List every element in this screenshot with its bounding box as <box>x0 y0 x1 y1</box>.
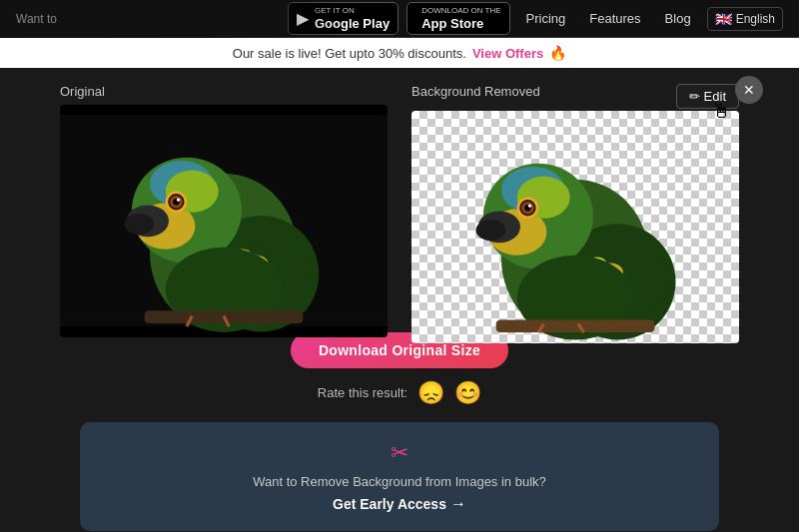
bg-removed-image <box>411 111 739 343</box>
language-label: English <box>736 12 775 26</box>
bg-removed-panel: Background Removed ✏ Edit <box>411 84 739 316</box>
nav-fade-text: Want to <box>16 12 57 26</box>
bulk-promo-banner: ✂ Want to Remove Background from Images … <box>80 422 719 531</box>
panel-label-row: Background Removed ✏ Edit <box>411 84 739 105</box>
rate-label: Rate this result: <box>318 385 407 400</box>
svg-point-12 <box>177 199 180 202</box>
flag-icon: 🇬🇧 <box>715 11 732 27</box>
app-store-button[interactable]: Download on the App Store <box>406 2 509 35</box>
promo-bar: Our sale is live! Get upto 30% discounts… <box>0 38 799 68</box>
original-panel: Original <box>60 84 388 316</box>
rate-row: Rate this result: 😞 😊 <box>318 380 481 406</box>
main-content: ✕ Original <box>0 68 799 532</box>
app-store-text: Download on the App Store <box>421 6 500 31</box>
nav-fade: Want to <box>0 0 340 38</box>
features-link[interactable]: Features <box>581 7 648 30</box>
pricing-link[interactable]: Pricing <box>518 7 574 30</box>
svg-point-27 <box>476 220 506 241</box>
actions-row: Download Original Size Rate this result:… <box>60 332 739 406</box>
blog-link[interactable]: Blog <box>657 7 699 30</box>
sad-rating-button[interactable]: 😞 <box>417 380 444 406</box>
language-selector[interactable]: 🇬🇧 English <box>707 7 783 31</box>
navbar: Want to ▶ GET IT ON Google Play Download… <box>0 0 799 38</box>
bulk-text: Want to Remove Background from Images in… <box>253 474 546 489</box>
original-parrot-svg <box>60 105 388 337</box>
removed-parrot-svg <box>411 111 739 343</box>
promo-text: Our sale is live! Get upto 30% discounts… <box>233 46 466 61</box>
scissors-icon: ✂ <box>391 440 408 466</box>
pencil-icon: ✏ <box>689 89 700 104</box>
close-icon: ✕ <box>743 82 755 98</box>
early-access-button[interactable]: Get Early Access → <box>333 495 466 513</box>
close-button[interactable]: ✕ <box>735 76 763 104</box>
view-offers-link[interactable]: View Offers <box>472 46 543 61</box>
fire-icon: 🔥 <box>549 45 566 61</box>
happy-rating-button[interactable]: 😊 <box>454 380 481 406</box>
edit-label: Edit <box>704 89 726 104</box>
svg-point-31 <box>528 205 531 208</box>
original-image <box>60 105 388 337</box>
svg-rect-36 <box>496 319 655 332</box>
bg-removed-label: Background Removed <box>411 84 540 99</box>
panels-row: Original <box>60 84 739 316</box>
edit-button[interactable]: ✏ Edit <box>676 84 739 109</box>
svg-point-8 <box>125 214 155 235</box>
original-label: Original <box>60 84 388 99</box>
arrow-icon: → <box>450 495 466 513</box>
early-access-label: Get Early Access <box>333 496 446 512</box>
